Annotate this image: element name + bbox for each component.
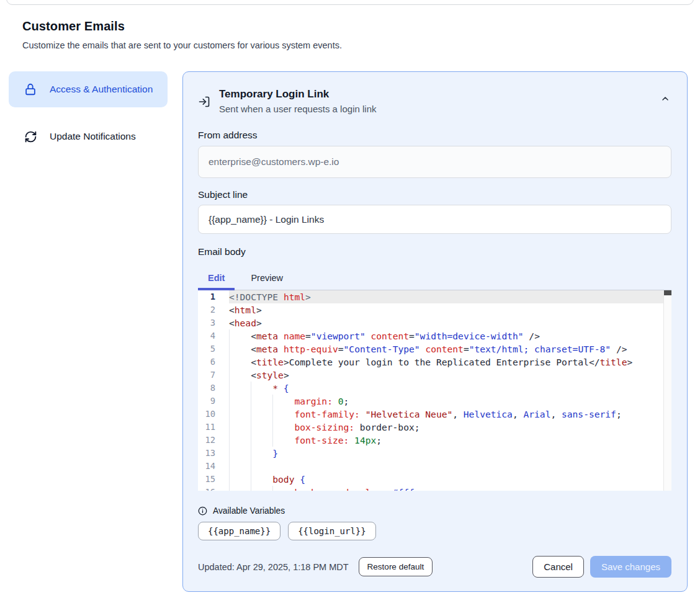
code-editor[interactable]: 1<!DOCTYPE html>2<html>3<head>4<meta nam… xyxy=(198,290,671,491)
subject-line-input[interactable] xyxy=(198,205,671,234)
log-in-icon xyxy=(198,96,210,108)
line-number: 5 xyxy=(198,342,229,355)
line-number: 14 xyxy=(198,460,229,473)
code-line: 4<meta name="viewport" content="width=de… xyxy=(198,329,671,342)
info-icon xyxy=(198,506,207,516)
line-number: 13 xyxy=(198,447,229,460)
line-number: 3 xyxy=(198,316,229,329)
variable-chip-login-url[interactable]: {{login_url}} xyxy=(288,522,376,540)
tab-preview[interactable]: Preview xyxy=(241,266,293,290)
code-line: 15body { xyxy=(198,473,671,486)
previous-card-bottom-edge xyxy=(6,0,694,5)
refresh-icon xyxy=(24,130,37,143)
collapse-card-button[interactable] xyxy=(659,92,671,105)
line-number: 7 xyxy=(198,369,229,382)
card-title: Temporary Login Link xyxy=(219,87,376,101)
code-line: 13} xyxy=(198,447,671,460)
page-header: Customer Emails Customize the emails tha… xyxy=(0,0,700,50)
variable-chip-app-name[interactable]: {{app_name}} xyxy=(198,522,280,540)
line-number: 15 xyxy=(198,473,229,486)
code-line: 8* { xyxy=(198,382,671,395)
code-line: 7<style> xyxy=(198,369,671,382)
email-types-sidebar: Access & Authentication Update Notificat… xyxy=(9,71,168,152)
line-number: 9 xyxy=(198,395,229,408)
line-number: 1 xyxy=(198,290,229,303)
cancel-button[interactable]: Cancel xyxy=(532,556,584,578)
line-number: 16 xyxy=(198,486,229,491)
sidebar-item-update-notifications[interactable]: Update Notifications xyxy=(9,121,168,152)
code-line: 9margin: 0; xyxy=(198,395,671,408)
editor-scrollbar-track[interactable] xyxy=(663,290,671,491)
save-changes-button[interactable]: Save changes xyxy=(590,556,671,578)
line-number: 12 xyxy=(198,434,229,447)
card-subtitle: Sent when a user requests a login link xyxy=(219,104,376,114)
code-line: 11box-sizing: border-box; xyxy=(198,421,671,434)
code-line: 10font-family: "Helvetica Neue", Helveti… xyxy=(198,408,671,421)
lock-icon xyxy=(24,83,37,96)
tab-edit[interactable]: Edit xyxy=(198,266,235,290)
editor-scrollbar-thumb[interactable] xyxy=(664,290,671,295)
from-address-label: From address xyxy=(198,130,671,141)
email-body-label: Email body xyxy=(198,246,671,257)
temporary-login-link-card: Temporary Login Link Sent when a user re… xyxy=(182,71,688,592)
code-line: 2<html> xyxy=(198,303,671,316)
updated-timestamp: Updated: Apr 29, 2025, 1:18 PM MDT xyxy=(198,562,349,572)
card-header: Temporary Login Link Sent when a user re… xyxy=(198,87,671,114)
line-number: 10 xyxy=(198,408,229,421)
available-variables-label: Available Variables xyxy=(213,506,285,516)
code-line: 16background-color: #fff; xyxy=(198,486,671,491)
code-line: 6<title>Complete your login to the Repli… xyxy=(198,355,671,369)
sidebar-item-access-authentication[interactable]: Access & Authentication xyxy=(9,71,168,107)
code-line: 12font-size: 14px; xyxy=(198,434,671,447)
chevron-up-icon xyxy=(660,94,670,104)
code-editor-lines: 1<!DOCTYPE html>2<html>3<head>4<meta nam… xyxy=(198,290,671,491)
line-number: 4 xyxy=(198,329,229,342)
sidebar-item-label: Update Notifications xyxy=(50,131,136,142)
sidebar-item-label: Access & Authentication xyxy=(50,82,153,97)
code-line: 1<!DOCTYPE html> xyxy=(198,290,671,303)
from-address-input[interactable] xyxy=(198,146,671,178)
subject-line-label: Subject line xyxy=(198,189,671,200)
page-subtitle: Customize the emails that are sent to yo… xyxy=(22,40,678,50)
code-line: 5<meta http-equiv="Content-Type" content… xyxy=(198,342,671,355)
code-line: 14 xyxy=(198,460,671,473)
line-number: 11 xyxy=(198,421,229,434)
line-number: 6 xyxy=(198,355,229,369)
line-number: 2 xyxy=(198,303,229,316)
code-line: 3<head> xyxy=(198,316,671,329)
page-title: Customer Emails xyxy=(22,19,678,34)
email-body-tabs: Edit Preview xyxy=(198,266,671,290)
restore-default-button[interactable]: Restore default xyxy=(359,557,433,576)
line-number: 8 xyxy=(198,382,229,395)
